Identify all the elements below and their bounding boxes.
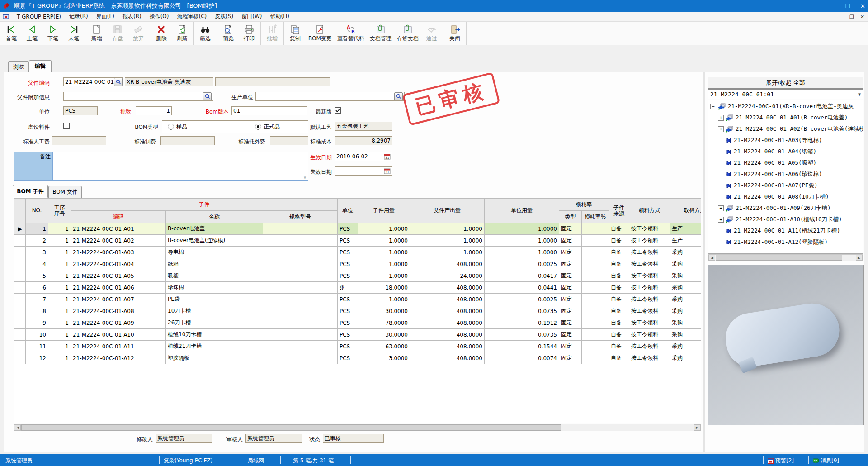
cell[interactable]: 1 [48,305,71,317]
cell[interactable]: 21-M2224-00C-01-A06 [71,282,166,294]
cell[interactable]: 4 [26,258,48,270]
tree-expander-icon[interactable]: + [718,126,724,132]
col-seq[interactable]: 工序 序号 [48,199,71,223]
cell[interactable]: 自备 [609,294,629,305]
table-row[interactable]: 10121-M2224-00C-01-A10植绒10刀卡槽PCS30.00004… [14,329,702,341]
cell[interactable]: 自备 [609,352,629,364]
cell[interactable]: 采购 [670,352,702,364]
menu-report[interactable]: 报表(R) [118,12,146,21]
col-spec[interactable]: 规格型号 [263,211,338,223]
cell[interactable]: 固定 [559,282,582,294]
batch-field[interactable]: 1 [136,106,172,115]
cell[interactable]: 采购 [670,258,702,270]
tree-horizontal-scrollbar[interactable]: ◄ ► [708,254,863,261]
cell[interactable]: 1.0000 [358,270,410,282]
cell[interactable] [263,352,338,364]
cell[interactable]: 按工令领料 [629,247,670,258]
cell[interactable]: 固定 [559,329,582,341]
cell[interactable]: 408.0000 [410,305,485,317]
cell[interactable]: 自备 [609,235,629,247]
cell[interactable]: 吸塑 [166,270,263,282]
tree-expander-icon[interactable]: + [718,205,724,211]
cell[interactable] [263,305,338,317]
cell[interactable]: 6 [26,282,48,294]
tree-scroll-right-icon[interactable]: ► [856,255,863,261]
cell[interactable] [582,270,609,282]
cell[interactable]: PCS [338,317,358,329]
cell[interactable]: 植绒10刀卡槽 [166,329,263,341]
cell[interactable]: 珍珠棉 [166,282,263,294]
cell[interactable]: 自备 [609,270,629,282]
cell[interactable] [582,282,609,294]
cell[interactable]: 1 [48,223,71,235]
tree-bom-selector[interactable]: 21-M2224-00C-01:01 ▼ [708,89,863,99]
cell[interactable]: 1 [48,282,71,294]
grid-horizontal-scrollbar[interactable]: ◄ ► [14,424,701,431]
row-indicator[interactable] [14,317,26,329]
table-row[interactable]: 7121-M2224-00C-01-A07PE袋PCS1.0000408.000… [14,294,702,305]
cell[interactable] [582,305,609,317]
cell[interactable] [263,282,338,294]
tab-bom-files[interactable]: BOM 文件 [48,186,82,198]
tab-edit[interactable]: 编辑 [29,60,52,72]
menu-tgroup-erp[interactable]: T-GROUP ERP(E) [13,12,65,21]
cell[interactable]: PCS [338,270,358,282]
cell[interactable]: 采购 [670,341,702,352]
cell[interactable]: 自备 [609,329,629,341]
cell[interactable]: 3.0000 [358,352,410,364]
tree-item[interactable]: +21-M2224-00C-01-A09(26刀卡槽) [708,203,863,214]
tree-item[interactable]: 21-M2224-00C-01-A03(导电棉) [708,135,863,146]
cell[interactable]: 21-M2224-00C-01-A11 [71,341,166,352]
table-row[interactable]: 9121-M2224-00C-01-A0926刀卡槽PCS78.0000408.… [14,317,702,329]
menu-record[interactable]: 记录(R) [65,12,92,21]
cell[interactable] [582,317,609,329]
cell[interactable]: 408.0000 [410,352,485,364]
cell[interactable]: 30.0000 [358,329,410,341]
tree-item[interactable]: 21-M2224-00C-01-A12(塑胶隔板) [708,237,863,248]
cell[interactable]: B-cover电池盖(连续模) [166,235,263,247]
statusbar-alert[interactable]: 预警[2] [768,457,794,465]
cell[interactable]: 0.0441 [485,282,559,294]
cell[interactable]: 按工令领料 [629,258,670,270]
cell[interactable]: 固定 [559,294,582,305]
toolbar-inventory-doc-button[interactable]: 存货文档 [394,22,421,45]
cell[interactable]: 24.0000 [410,270,485,282]
cell[interactable]: 采购 [670,317,702,329]
tree-item[interactable]: 21-M2224-00C-01-A08(10刀卡槽) [708,191,863,203]
cell[interactable] [582,341,609,352]
cell[interactable]: 1.0000 [485,223,559,235]
tree-item[interactable]: +21-M2224-00C-01-A10(植绒10刀卡槽) [708,214,863,225]
bom-type-option-formal[interactable]: 正式品 [255,123,280,131]
cell[interactable] [263,294,338,305]
cell[interactable] [263,341,338,352]
cell[interactable] [582,223,609,235]
cell[interactable]: 1.0000 [358,247,410,258]
cell[interactable]: 固定 [559,270,582,282]
table-row[interactable]: 8121-M2224-00C-01-A0810刀卡槽PCS30.0000408.… [14,305,702,317]
cell[interactable]: PCS [338,235,358,247]
toolbar-bom-change-button[interactable]: BOM变更 [306,22,335,45]
cell[interactable]: PCS [338,341,358,352]
cell[interactable]: 1.0000 [485,235,559,247]
cell[interactable] [582,258,609,270]
cell[interactable]: 按工令领料 [629,317,670,329]
cell[interactable]: 1 [48,329,71,341]
cell[interactable]: 按工令领料 [629,341,670,352]
cell[interactable]: 固定 [559,305,582,317]
parent-info-field[interactable] [63,92,213,101]
menu-operation[interactable]: 操作(O) [146,12,173,21]
col-unit[interactable]: 单位 [338,199,358,223]
cell[interactable]: 408.0000 [410,341,485,352]
cell[interactable]: 纸箱 [166,258,263,270]
toolbar-prev-button[interactable]: 上笔 [22,22,42,45]
cell[interactable] [263,329,338,341]
tree-expander-icon[interactable]: − [710,104,716,109]
table-row[interactable]: 11121-M2224-00C-01-A11植绒21刀卡槽PCS63.00004… [14,341,702,352]
expire-date-field[interactable]: 31 [335,166,392,176]
cell[interactable]: 21-M2224-00C-01-A04 [71,258,166,270]
cell[interactable]: 18.0000 [358,282,410,294]
cell[interactable]: 1 [48,341,71,352]
tree-scroll-thumb[interactable] [716,255,842,261]
cell[interactable]: 1 [48,247,71,258]
cell[interactable]: 1 [26,223,48,235]
